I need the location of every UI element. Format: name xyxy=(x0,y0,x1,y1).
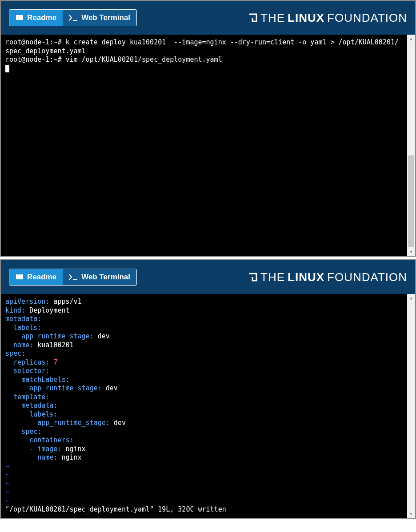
terminal-output-1[interactable]: root@node-1:~# k create deploy kua100201… xyxy=(1,35,407,256)
linux-foundation-logo: THE LINUX FOUNDATION xyxy=(248,270,407,284)
command-text: vim /opt/KUAL00201/spec_deployment.yaml xyxy=(65,56,222,64)
tab-group: Readme Web Terminal xyxy=(9,9,137,26)
yaml-key: template: xyxy=(13,393,49,401)
header-bar: Readme Web Terminal THE LINUX FOUNDATION xyxy=(1,1,415,35)
yaml-dash: - xyxy=(29,445,33,453)
terminal-area-1: root@node-1:~# k create deploy kua100201… xyxy=(1,35,415,256)
yaml-key: containers: xyxy=(29,436,73,444)
yaml-value: nginx xyxy=(65,445,85,453)
vim-tilde: ~ xyxy=(5,497,9,505)
scroll-down-arrow-icon[interactable]: ▼ xyxy=(407,510,415,518)
yaml-key: replicas: xyxy=(13,358,49,366)
yaml-key: labels: xyxy=(29,410,57,418)
scroll-up-arrow-icon[interactable]: ▲ xyxy=(407,35,415,43)
tab-readme[interactable]: Readme xyxy=(9,10,63,26)
yaml-key: app_runtime_stage: xyxy=(29,384,102,392)
tab-readme[interactable]: Readme xyxy=(9,269,63,285)
logo-text-foundation: FOUNDATION xyxy=(327,11,407,25)
yaml-value: dev xyxy=(114,419,126,427)
logo-text-the: THE xyxy=(260,11,285,25)
yaml-key: spec: xyxy=(5,349,25,357)
logo-text-the: THE xyxy=(260,270,285,284)
tab-web-terminal[interactable]: Web Terminal xyxy=(63,10,136,26)
yaml-value: apps/v1 xyxy=(53,298,81,306)
yaml-key: apiVersion: xyxy=(5,298,49,306)
terminal-prompt-icon xyxy=(69,15,78,21)
yaml-key: matchLabels: xyxy=(21,376,69,384)
yaml-value: Deployment xyxy=(29,306,69,314)
yaml-key: kind: xyxy=(5,306,25,314)
resize-handle[interactable] xyxy=(0,397,1,407)
logo-square-icon xyxy=(248,13,258,23)
yaml-key: selector: xyxy=(13,367,49,375)
yaml-value: dev xyxy=(106,384,118,392)
yaml-key: app_runtime_stage: xyxy=(21,332,94,340)
tab-terminal-label: Web Terminal xyxy=(81,13,130,22)
header-bar: Readme Web Terminal THE LINUX FOUNDATION xyxy=(1,260,415,294)
prompt: root@node-1:~# xyxy=(5,38,61,46)
vim-tilde: ~ xyxy=(5,488,9,496)
yaml-key: metadata: xyxy=(5,315,41,323)
book-icon xyxy=(16,15,24,21)
vim-tilde: ~ xyxy=(5,462,9,470)
yaml-key: image: xyxy=(37,445,61,453)
scroll-down-arrow-icon[interactable]: ▼ xyxy=(407,248,415,256)
terminal-panel-2: Readme Web Terminal THE LINUX FOUNDATION… xyxy=(0,259,416,519)
yaml-key: name: xyxy=(37,453,57,461)
yaml-key: name: xyxy=(13,341,33,349)
vim-tilde: ~ xyxy=(5,471,9,479)
tab-web-terminal[interactable]: Web Terminal xyxy=(63,269,136,285)
scroll-up-arrow-icon[interactable]: ▲ xyxy=(407,294,415,302)
scroll-track[interactable] xyxy=(407,43,415,248)
yaml-key: spec: xyxy=(21,428,41,436)
scrollbar[interactable]: ▲ ▼ xyxy=(407,35,415,256)
yaml-value: 7 xyxy=(53,358,57,366)
yaml-value: kua100201 xyxy=(37,341,73,349)
vim-editor[interactable]: apiVersion: apps/v1 kind: Deployment met… xyxy=(1,294,407,518)
tab-readme-label: Readme xyxy=(27,273,56,282)
tab-terminal-label: Web Terminal xyxy=(81,273,130,282)
yaml-value: dev xyxy=(98,332,110,340)
yaml-key: labels: xyxy=(13,324,41,332)
terminal-cursor xyxy=(5,65,9,72)
scroll-track[interactable] xyxy=(407,302,415,510)
yaml-key: metadata: xyxy=(21,401,57,409)
scroll-thumb[interactable] xyxy=(408,155,414,247)
yaml-key: app_runtime_stage: xyxy=(37,419,110,427)
terminal-area-2: apiVersion: apps/v1 kind: Deployment met… xyxy=(1,294,415,518)
tab-group: Readme Web Terminal xyxy=(9,269,137,286)
logo-square-icon xyxy=(248,272,258,282)
scrollbar[interactable]: ▲ ▼ xyxy=(407,294,415,518)
terminal-panel-1: Readme Web Terminal THE LINUX FOUNDATION… xyxy=(0,0,416,257)
vim-tilde: ~ xyxy=(5,480,9,488)
resize-handle[interactable] xyxy=(0,131,1,140)
vim-status-line: "/opt/KUAL00201/spec_deployment.yaml" 19… xyxy=(5,505,226,513)
prompt: root@node-1:~# xyxy=(5,56,61,64)
book-icon xyxy=(16,274,24,280)
logo-text-linux: LINUX xyxy=(288,11,324,25)
linux-foundation-logo: THE LINUX FOUNDATION xyxy=(248,11,407,25)
command-text: k create deploy kua100201 --image=nginx … xyxy=(5,38,399,55)
terminal-prompt-icon xyxy=(69,274,78,280)
logo-text-foundation: FOUNDATION xyxy=(327,270,407,284)
tab-readme-label: Readme xyxy=(27,13,56,22)
logo-text-linux: LINUX xyxy=(288,270,324,284)
yaml-value: nginx xyxy=(61,453,81,461)
